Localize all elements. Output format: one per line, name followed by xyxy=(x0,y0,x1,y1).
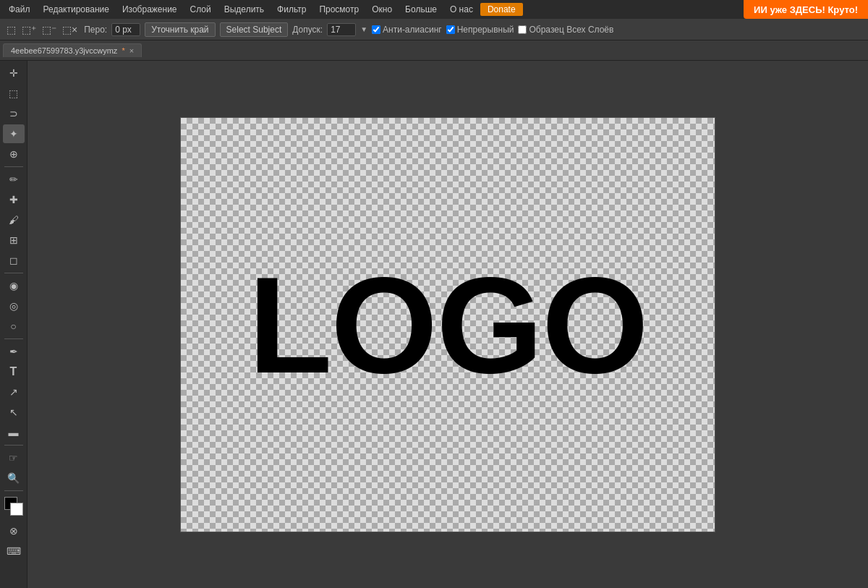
select-subject-button[interactable]: Select Subject xyxy=(220,22,289,37)
intersect-selection-icon[interactable]: ⬚× xyxy=(60,23,80,36)
donate-button[interactable]: Donate xyxy=(480,3,523,16)
toolbar-separator-5 xyxy=(4,490,23,491)
eyedropper-icon: ✏ xyxy=(9,174,18,185)
menu-edit[interactable]: Редактирование xyxy=(38,3,115,16)
left-toolbar: ✛ ⬚ ⊃ ✦ ⊕ ✏ ✚ 🖌 ⊞ ◻ ◉ xyxy=(0,61,27,588)
heal-icon: ✚ xyxy=(9,194,18,205)
heal-tool[interactable]: ✚ xyxy=(3,190,25,209)
shape-tool[interactable]: ▬ xyxy=(3,423,25,442)
document-tab[interactable]: 4eebee67599783.y3jvccwymz * × xyxy=(3,43,142,57)
screen-mode-button[interactable]: ⌨ xyxy=(3,542,25,561)
menu-bar: Файл Редактирование Изображение Слой Выд… xyxy=(0,0,868,19)
blur-icon: ◎ xyxy=(9,300,18,312)
direct-select-tool[interactable]: ↖ xyxy=(3,403,25,422)
refine-edge-button[interactable]: Уточнить край xyxy=(145,22,215,37)
fill-icon: ◉ xyxy=(9,280,18,291)
brush-size-input[interactable] xyxy=(111,23,140,36)
tab-modified-indicator: * xyxy=(122,46,124,55)
canvas-area[interactable]: LOGO xyxy=(27,61,868,588)
menu-more[interactable]: Больше xyxy=(399,3,443,16)
menu-filter[interactable]: Фильтр xyxy=(271,3,312,16)
toolbar-separator-4 xyxy=(4,445,23,446)
stamp-icon: ⊞ xyxy=(9,234,18,246)
quick-mask-toggle[interactable]: ⊗ xyxy=(3,521,25,540)
lasso-icon: ⊃ xyxy=(9,108,18,119)
main-area: ✛ ⬚ ⊃ ✦ ⊕ ✏ ✚ 🖌 ⊞ ◻ ◉ xyxy=(0,61,868,588)
subtract-selection-icon[interactable]: ⬚⁻ xyxy=(40,23,59,36)
hand-tool[interactable]: ☞ xyxy=(3,448,25,467)
color-swatch[interactable] xyxy=(4,497,23,516)
text-tool[interactable]: T xyxy=(3,362,25,381)
canvas-content: LOGO xyxy=(181,118,715,532)
anti-alias-checkbox[interactable] xyxy=(372,25,380,34)
pen-tool[interactable]: ✒ xyxy=(3,342,25,361)
move-tool[interactable]: ✛ xyxy=(3,64,25,82)
continuous-label: Непрерывный xyxy=(457,25,514,35)
menu-window[interactable]: Окно xyxy=(366,3,398,16)
sample-all-row: Образец Всех Слоёв xyxy=(518,25,613,35)
quick-mask-icon: ⊗ xyxy=(9,525,18,537)
menu-image[interactable]: Изображение xyxy=(116,3,183,16)
tab-filename: 4eebee67599783.y3jvccwymz xyxy=(11,46,117,55)
tab-close-button[interactable]: × xyxy=(129,46,134,55)
ai-banner: ИИ уже ЗДЕСЬ! Круто! xyxy=(744,0,868,19)
brush-icon: 🖌 xyxy=(9,214,19,226)
menu-select[interactable]: Выделить xyxy=(218,3,270,16)
tab-bar: 4eebee67599783.y3jvccwymz * × xyxy=(0,41,868,61)
toolbar-separator-1 xyxy=(4,166,23,167)
canvas-wrapper: LOGO xyxy=(180,117,715,532)
path-select-icon: ↗ xyxy=(9,386,18,398)
eraser-tool[interactable]: ◻ xyxy=(3,251,25,270)
logo-text: LOGO xyxy=(248,256,647,393)
tolerance-label: Допуск: xyxy=(292,25,323,35)
screen-mode-icon: ⌨ xyxy=(7,545,21,557)
anti-alias-label: Анти-алиасинг xyxy=(383,25,442,35)
hand-icon: ☞ xyxy=(9,452,18,464)
sample-all-checkbox[interactable] xyxy=(518,25,527,34)
blur-tool[interactable]: ◎ xyxy=(3,297,25,315)
toolbar-separator-3 xyxy=(4,338,23,339)
text-icon: T xyxy=(10,365,17,378)
add-selection-icon[interactable]: ⬚⁺ xyxy=(20,23,38,36)
tolerance-dropdown-icon[interactable]: ▼ xyxy=(360,25,367,33)
marquee-tool[interactable]: ⬚ xyxy=(3,84,25,103)
zoom-icon: 🔍 xyxy=(7,472,20,484)
magic-wand-icon: ✦ xyxy=(9,128,18,140)
menu-about[interactable]: О нас xyxy=(444,3,479,16)
toolbar-separator-2 xyxy=(4,273,23,273)
shape-icon: ▬ xyxy=(9,427,19,438)
options-bar: ⬚ ⬚⁺ ⬚⁻ ⬚× Перо: Уточнить край Select Su… xyxy=(0,19,868,41)
move-icon: ✛ xyxy=(9,67,18,79)
eyedropper-tool[interactable]: ✏ xyxy=(3,170,25,189)
menu-file[interactable]: Файл xyxy=(3,3,36,16)
continuous-checkbox[interactable] xyxy=(446,25,455,34)
dodge-icon: ○ xyxy=(10,320,16,332)
new-selection-icon[interactable]: ⬚ xyxy=(4,23,18,36)
continuous-row: Непрерывный xyxy=(446,25,514,35)
anti-alias-row: Анти-алиасинг xyxy=(372,25,442,35)
crop-icon: ⊕ xyxy=(9,148,18,160)
crop-tool[interactable]: ⊕ xyxy=(3,145,25,163)
pen-icon: ✒ xyxy=(9,346,18,357)
magic-wand-tool[interactable]: ✦ xyxy=(3,124,25,143)
direct-select-icon: ↖ xyxy=(9,406,18,418)
menu-view[interactable]: Просмотр xyxy=(313,3,365,16)
background-color[interactable] xyxy=(10,503,23,516)
eraser-icon: ◻ xyxy=(9,255,18,266)
brush-tool[interactable]: 🖌 xyxy=(3,210,25,229)
fill-tool[interactable]: ◉ xyxy=(3,276,25,295)
menu-layer[interactable]: Слой xyxy=(184,3,217,16)
brush-label: Перо: xyxy=(84,25,107,35)
tolerance-input[interactable] xyxy=(327,23,356,36)
stamp-tool[interactable]: ⊞ xyxy=(3,231,25,250)
marquee-icon: ⬚ xyxy=(9,88,18,99)
zoom-tool[interactable]: 🔍 xyxy=(3,469,25,487)
tool-mode-icons: ⬚ ⬚⁺ ⬚⁻ ⬚× xyxy=(4,23,80,36)
dodge-tool[interactable]: ○ xyxy=(3,317,25,336)
sample-all-label: Образец Всех Слоёв xyxy=(529,25,613,35)
lasso-tool[interactable]: ⊃ xyxy=(3,104,25,123)
path-select-tool[interactable]: ↗ xyxy=(3,383,25,401)
